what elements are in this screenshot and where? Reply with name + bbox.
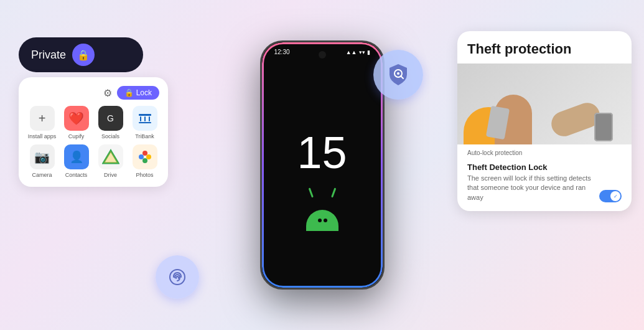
private-lock-circle[interactable]: 🔒 bbox=[72, 44, 95, 66]
drive-icon bbox=[98, 144, 123, 169]
signal-icon: ▲▲ bbox=[346, 49, 357, 55]
camera-icon: 📷 bbox=[30, 144, 55, 169]
fingerprint-circle[interactable] bbox=[156, 255, 199, 299]
private-badge: Private 🔒 bbox=[19, 37, 143, 72]
phone-date: 15 bbox=[297, 130, 347, 175]
lock-btn-label: Lock bbox=[136, 88, 152, 97]
theft-illustration bbox=[457, 64, 632, 144]
phone-body: 12:30 ▲▲ ▾▾ ▮ 15 bbox=[260, 40, 385, 290]
battery-icon: ▮ bbox=[367, 49, 370, 55]
illustration-device-outline bbox=[594, 113, 613, 141]
private-panel: Private 🔒 ⚙ 🔒 Lock + Install apps ❤️ Cup… bbox=[19, 37, 168, 187]
apps-grid-container: ⚙ 🔒 Lock + Install apps ❤️ Cupify G Soci… bbox=[19, 77, 168, 187]
lock-button[interactable]: 🔒 Lock bbox=[117, 86, 159, 100]
app-photos[interactable]: Photos bbox=[130, 144, 159, 178]
shield-circle bbox=[373, 50, 423, 100]
robot-head bbox=[306, 210, 338, 231]
lock-btn-icon: 🔒 bbox=[124, 88, 134, 97]
phone-notch bbox=[319, 51, 326, 59]
svg-point-11 bbox=[139, 154, 144, 159]
app-camera[interactable]: 📷 Camera bbox=[27, 144, 57, 178]
phone-screen: 15 bbox=[262, 42, 383, 288]
app-cupify[interactable]: ❤️ Cupify bbox=[62, 106, 91, 139]
theft-setting-desc: The screen will lock if this setting det… bbox=[467, 174, 622, 202]
svg-rect-2 bbox=[140, 116, 141, 121]
lock-icon: 🔒 bbox=[77, 49, 90, 61]
tribank-label: TriBank bbox=[135, 133, 154, 139]
socials-icon: G bbox=[98, 106, 123, 131]
camera-label: Camera bbox=[32, 172, 52, 178]
gear-icon[interactable]: ⚙ bbox=[103, 87, 112, 99]
socials-label: Socials bbox=[101, 133, 119, 139]
app-socials[interactable]: G Socials bbox=[96, 106, 125, 139]
private-label: Private bbox=[31, 49, 66, 62]
phone-status-icons: ▲▲ ▾▾ ▮ bbox=[346, 49, 370, 55]
app-contacts[interactable]: 👤 Contacts bbox=[62, 144, 91, 178]
phone-time: 12:30 bbox=[274, 49, 290, 55]
photos-icon bbox=[133, 144, 157, 169]
install-label: Install apps bbox=[28, 133, 57, 139]
contacts-icon: 👤 bbox=[64, 144, 89, 169]
app-tribank[interactable]: TriBank bbox=[130, 106, 159, 139]
drive-label: Drive bbox=[104, 172, 117, 178]
auto-lock-label: Auto-lock protection bbox=[457, 144, 632, 159]
app-drive[interactable]: Drive bbox=[96, 144, 125, 178]
svg-rect-4 bbox=[149, 116, 150, 121]
svg-point-8 bbox=[142, 151, 147, 156]
apps-grid: + Install apps ❤️ Cupify G Socials bbox=[27, 106, 159, 178]
cupify-icon: ❤️ bbox=[64, 106, 89, 131]
app-install[interactable]: + Install apps bbox=[27, 106, 57, 139]
theft-setting-title: Theft Detection Lock bbox=[467, 163, 622, 172]
eye-left bbox=[324, 219, 327, 222]
install-icon: + bbox=[30, 106, 55, 131]
svg-rect-3 bbox=[144, 116, 146, 121]
apps-grid-header: ⚙ 🔒 Lock bbox=[27, 86, 159, 100]
theft-setting-row: Theft Detection Lock The screen will loc… bbox=[457, 159, 632, 211]
tribank-icon bbox=[133, 106, 157, 131]
svg-rect-5 bbox=[139, 122, 151, 123]
svg-point-9 bbox=[146, 154, 151, 159]
svg-point-10 bbox=[142, 158, 147, 163]
contacts-label: Contacts bbox=[65, 172, 88, 178]
theft-illustration-area bbox=[457, 64, 632, 144]
antenna-left bbox=[308, 187, 313, 197]
eye-right bbox=[318, 219, 322, 222]
antenna-right bbox=[331, 187, 336, 197]
phone: 12:30 ▲▲ ▾▾ ▮ 15 bbox=[260, 40, 385, 290]
wifi-icon: ▾▾ bbox=[359, 49, 365, 55]
toggle-knob: ✓ bbox=[610, 191, 620, 201]
svg-rect-1 bbox=[139, 114, 151, 116]
cupify-label: Cupify bbox=[68, 133, 85, 139]
svg-marker-7 bbox=[103, 151, 118, 163]
theft-detection-toggle[interactable]: ✓ bbox=[599, 190, 622, 202]
theft-panel-title: Theft protection bbox=[457, 31, 632, 64]
svg-point-14 bbox=[397, 72, 399, 75]
theft-protection-panel: Theft protection Auto-lock protection Th… bbox=[457, 31, 632, 211]
android-robot bbox=[297, 187, 347, 231]
photos-label: Photos bbox=[136, 172, 153, 178]
